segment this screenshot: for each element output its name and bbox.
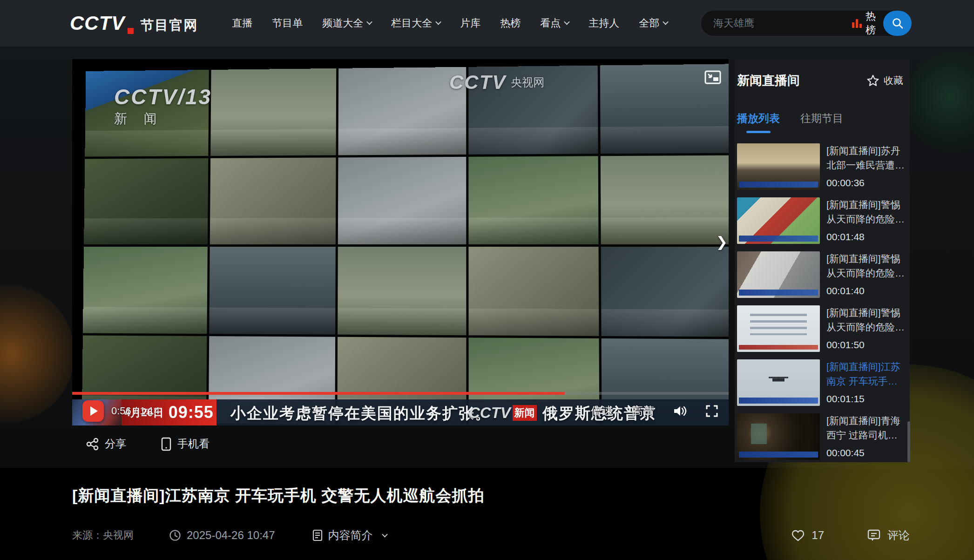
camera-tile	[84, 158, 208, 244]
playlist-item-duration: 00:00:45	[826, 447, 907, 459]
playlist-item-duration: 00:01:40	[826, 285, 907, 297]
playlist-item[interactable]: [新闻直播间]警惕从天而降的危险 高空抛物 00:01:50	[737, 305, 907, 352]
nav-item-highlights[interactable]: 看点	[530, 16, 579, 30]
video-thumbnail	[737, 197, 820, 244]
playlist-item-title: [新闻直播间]警惕从天而降的危险 高空抛物	[826, 305, 907, 334]
nav-item-library[interactable]: 片库	[450, 16, 490, 30]
playlist-item-duration: 00:01:50	[826, 339, 907, 351]
share-icon	[86, 438, 99, 451]
search-bar: 热榜	[701, 11, 912, 36]
playlist-item[interactable]: [新闻直播间]警惕从天而降的危险 山西晋城 00:01:40	[737, 251, 907, 298]
camera-tile	[210, 68, 336, 156]
site-name: 节目官网	[140, 16, 198, 35]
playlist: [新闻直播间]苏丹 北部一难民营遭无人机 00:00:36 [新闻直播间]警惕从…	[737, 143, 907, 460]
bar-chart-icon	[852, 19, 862, 28]
cctv-logo-text: CCTV	[70, 12, 125, 34]
camera-tile	[601, 155, 729, 244]
source-label: 来源：央视网	[72, 528, 134, 542]
playlist-item-title: [新闻直播间]警惕从天而降的危险 湖北宜昌	[826, 197, 907, 226]
heart-icon	[791, 529, 805, 542]
camera-tile	[338, 156, 466, 244]
share-row: 分享 手机看	[86, 437, 210, 451]
controls-right: 倍速 高清	[591, 404, 718, 418]
fullscreen-icon[interactable]	[705, 405, 718, 418]
nav-item-all[interactable]: 全部	[629, 16, 677, 30]
volume-icon[interactable]	[673, 405, 687, 417]
video-thumbnail	[737, 359, 820, 406]
player-controls: 0:56 / 1:14 倍速 高清	[72, 397, 729, 425]
search-icon	[892, 17, 904, 29]
playlist-item-title: [新闻直播间]青海西宁 过路司机气道异物阻	[826, 413, 907, 442]
like-count: 17	[812, 529, 824, 542]
hot-ranking-link[interactable]: 热榜	[852, 9, 876, 37]
sidebar-collapse-arrow[interactable]: ❯	[716, 235, 728, 249]
nav-item-live[interactable]: 直播	[222, 16, 262, 30]
top-navbar: CCTV 节目官网 直播 节目单 频道大全 栏目大全 片库 热榜 看点 主持人 …	[0, 0, 974, 47]
playlist-item[interactable]: [新闻直播间]青海西宁 过路司机气道异物阻 00:00:45	[737, 413, 907, 460]
playlist-item[interactable]: [新闻直播间]警惕从天而降的危险 湖北宜昌 00:01:48	[737, 197, 907, 244]
cctv-logo-dot	[128, 28, 134, 34]
phone-icon	[161, 437, 172, 451]
playlist-item-title: [新闻直播间]警惕从天而降的危险 山西晋城	[826, 251, 907, 280]
tab-playlist[interactable]: 播放列表	[737, 111, 780, 133]
clock-icon	[169, 529, 181, 541]
tab-past-programs[interactable]: 往期节目	[800, 111, 843, 133]
chevron-down-icon	[564, 19, 570, 25]
document-icon	[312, 529, 323, 541]
progress-bar[interactable]	[72, 392, 729, 395]
play-button[interactable]	[82, 400, 104, 422]
video-thumbnail	[737, 251, 820, 298]
camera-tile	[85, 70, 209, 156]
playlist-item-title: [新闻直播间]苏丹 北部一难民营遭无人机	[826, 143, 907, 172]
video-thumbnail	[737, 305, 820, 352]
playlist-item[interactable]: [新闻直播间]苏丹 北部一难民营遭无人机 00:00:36	[737, 143, 907, 190]
playlist-item-duration: 00:01:48	[826, 231, 907, 243]
video-player[interactable]: CCTV/13 新 闻 CCTV 央视网 ❯ 4月26日 09:55 小企业考虑…	[72, 59, 729, 425]
video-thumbnail	[737, 413, 820, 460]
favorite-button[interactable]: 收藏	[866, 74, 903, 87]
nav-item-hosts[interactable]: 主持人	[579, 16, 629, 30]
chevron-down-icon	[663, 19, 669, 25]
comment-button[interactable]: 评论	[867, 528, 910, 543]
publish-datetime: 2025-04-26 10:47	[169, 529, 275, 542]
content-summary-toggle[interactable]: 内容简介	[312, 528, 387, 543]
page-title: [新闻直播间]江苏南京 开车玩手机 交警无人机巡航会抓拍	[72, 485, 771, 506]
sidebar-tabs: 播放列表 往期节目	[737, 111, 907, 133]
progress-played	[72, 392, 565, 395]
camera-tile	[210, 157, 336, 244]
playlist-item-duration: 00:01:15	[826, 393, 907, 405]
playlist-item-duration: 00:00:36	[826, 177, 907, 189]
camera-tile	[468, 156, 598, 244]
play-icon	[90, 406, 98, 416]
time-display: 0:56 / 1:14	[111, 405, 160, 417]
search-button[interactable]	[883, 11, 912, 36]
main-menu: 直播 节目单 频道大全 栏目大全 片库 热榜 看点 主持人 全部	[222, 16, 677, 30]
share-button[interactable]: 分享	[86, 437, 126, 451]
chevron-down-icon	[382, 531, 388, 537]
playlist-item-title: [新闻直播间]江苏南京 开车玩手机 交警无人	[826, 359, 907, 388]
quality-button[interactable]: 高清	[632, 404, 654, 418]
camera-tile	[338, 247, 466, 335]
video-thumbnail	[737, 143, 820, 190]
nav-item-channels[interactable]: 频道大全	[312, 16, 381, 30]
like-button[interactable]: 17	[791, 529, 824, 542]
chevron-down-icon	[366, 19, 372, 25]
search-input[interactable]	[701, 11, 852, 36]
camera-tile	[83, 247, 208, 334]
camera-tile	[468, 66, 598, 155]
nav-item-schedule[interactable]: 节目单	[262, 16, 312, 30]
program-title: 新闻直播间	[737, 72, 800, 89]
watch-on-mobile-button[interactable]: 手机看	[161, 437, 210, 451]
camera-tile	[468, 247, 599, 336]
nav-item-columns[interactable]: 栏目大全	[381, 16, 450, 30]
camera-tile	[209, 247, 336, 334]
playlist-sidebar: 新闻直播间 收藏 播放列表 往期节目 [新闻直播间]苏丹 北部一难民营遭无人机 …	[735, 59, 910, 462]
cctv-logo[interactable]: CCTV 节目官网	[70, 12, 198, 35]
picture-in-picture-icon[interactable]	[704, 70, 721, 84]
playlist-item-current[interactable]: [新闻直播间]江苏南京 开车玩手机 交警无人 00:01:15	[737, 359, 907, 406]
camera-tile	[601, 247, 729, 337]
playlist-scrollbar[interactable]	[907, 421, 910, 462]
playback-speed-button[interactable]: 倍速	[591, 404, 613, 418]
nav-item-hot[interactable]: 热榜	[490, 16, 530, 30]
star-icon	[866, 74, 879, 87]
